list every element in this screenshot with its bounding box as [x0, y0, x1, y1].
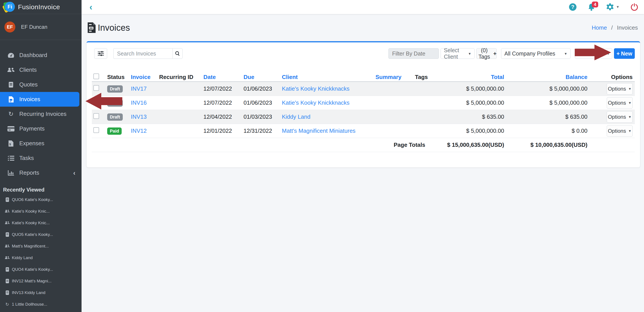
notification-count-badge: 4 — [592, 2, 598, 8]
sidebar-item-recurring-invoices[interactable]: ↻ Recurring Invoices — [0, 107, 82, 121]
recent-item[interactable]: QUO4 Katie's Kooky... — [0, 263, 82, 275]
invoice-link[interactable]: INV17 — [131, 85, 147, 92]
sidebar-item-expenses[interactable]: $ Expenses — [0, 136, 82, 151]
sidebar-item-label: Expenses — [19, 140, 44, 147]
recent-item[interactable]: ↻1 Little Dollhouse... — [0, 298, 82, 310]
recent-item[interactable]: INV13 Kiddy Land — [0, 287, 82, 298]
client-link[interactable]: Katie's Kooky Knickknacks — [282, 85, 350, 92]
sync-icon: ↻ — [4, 302, 10, 306]
col-summary[interactable]: Summary — [374, 74, 413, 81]
page-totals-balance: $ 10,000,635.00(USD) — [506, 142, 590, 148]
options-button[interactable]: Options▼ — [607, 97, 632, 109]
recently-viewed-list: QUO6 Katie's Kooky... Katie's Kooky Knic… — [0, 194, 82, 310]
sidebar-item-reports[interactable]: Reports ‹ — [0, 165, 82, 180]
sidebar-item-clients[interactable]: Clients — [0, 63, 82, 77]
caret-down-icon: ▼ — [564, 52, 567, 56]
select-all-checkbox[interactable] — [94, 74, 99, 79]
settings-gear-icon[interactable]: ▼ — [606, 3, 620, 11]
status-badge: Draft — [107, 85, 123, 93]
row-checkbox[interactable] — [94, 113, 99, 119]
sidebar-collapse-chevron-icon[interactable]: ‹ — [90, 4, 92, 11]
sidebar-item-label: Dashboard — [19, 52, 47, 59]
brand[interactable]: Fi FusionInvoice — [0, 0, 82, 14]
filter-by-date-input[interactable] — [388, 48, 439, 59]
status-badge: Draft — [107, 113, 123, 121]
sidebar-item-payments[interactable]: Payments — [0, 121, 82, 136]
file-icon — [4, 197, 10, 202]
recent-item[interactable]: QUO6 Katie's Kooky... — [0, 194, 82, 205]
company-profiles-select[interactable]: All Company Profiles ▼ — [501, 48, 570, 59]
options-button[interactable]: Options▼ — [607, 111, 632, 123]
col-due[interactable]: Due — [242, 74, 280, 81]
invoices-page-icon — [87, 22, 96, 33]
status-badge: Paid — [107, 127, 122, 135]
client-link[interactable]: Katie's Kooky Knickknacks — [282, 99, 350, 106]
sidebar-item-invoices[interactable]: Invoices — [0, 92, 79, 107]
row-checkbox[interactable] — [94, 127, 99, 133]
col-client[interactable]: Client — [280, 74, 374, 81]
col-invoice[interactable]: Invoice — [129, 74, 158, 81]
page-totals-label: Page Totals — [92, 142, 428, 148]
client-link[interactable]: Matt's Magnificent Miniatures — [282, 127, 356, 134]
search-input[interactable] — [113, 48, 172, 59]
row-checkbox[interactable] — [94, 85, 99, 91]
invoice-link[interactable]: INV13 — [131, 113, 147, 120]
expense-file-icon: $ — [6, 140, 15, 147]
logo-monogram: Fi — [5, 2, 15, 12]
recent-item[interactable]: Katie's Kooky Knic... — [0, 217, 82, 229]
client-link[interactable]: Kiddy Land — [282, 113, 310, 120]
chevron-left-icon: ‹ — [73, 169, 76, 177]
select-client-dropdown[interactable]: Select Client ▼ — [440, 48, 474, 59]
invoice-icon — [4, 279, 10, 283]
page-totals-row: Page Totals $ 15,000,635.00(USD) $ 10,00… — [92, 138, 635, 152]
file-icon — [4, 232, 10, 237]
col-total[interactable]: Total — [440, 74, 506, 81]
col-recurring-id: Recurring ID — [158, 74, 202, 81]
sidebar-item-label: Payments — [19, 125, 45, 132]
col-date[interactable]: Date — [202, 74, 242, 81]
recent-item[interactable]: INV12 Matt's Magni... — [0, 275, 82, 287]
col-options: Options — [590, 74, 635, 81]
col-status: Status — [106, 74, 129, 81]
avatar: EF — [4, 22, 15, 33]
table-row: Draft INV13 12/04/2022 01/03/2023 Kiddy … — [92, 110, 635, 124]
help-icon[interactable]: ? — [569, 3, 576, 11]
notifications-bell-icon[interactable]: 4 — [588, 3, 595, 11]
users-icon — [4, 209, 10, 213]
svg-text:$: $ — [9, 143, 11, 146]
invoice-link[interactable]: INV12 — [131, 127, 147, 134]
users-icon — [4, 221, 10, 225]
plus-icon: + — [493, 51, 496, 57]
sidebar-item-dashboard[interactable]: Dashboard — [0, 48, 82, 63]
recent-item[interactable]: QUO5 Katie's Kooky... — [0, 229, 82, 240]
breadcrumb: Home / Invoices — [592, 24, 638, 31]
plus-icon: + — [616, 51, 620, 57]
col-balance[interactable]: Balance — [506, 74, 590, 81]
sync-icon: ↻ — [6, 111, 15, 117]
fusioninvoice-logo-icon: Fi — [4, 1, 15, 13]
options-button[interactable]: Options▼ — [607, 83, 632, 95]
invoices-table: Status Invoice Recurring ID Date Due Cli… — [92, 73, 635, 152]
sidebar-item-label: Tasks — [19, 155, 34, 161]
breadcrumb-home-link[interactable]: Home — [592, 24, 607, 31]
user-panel[interactable]: EF EF Duncan — [0, 14, 82, 40]
user-name: EF Duncan — [21, 24, 47, 30]
users-icon — [6, 67, 15, 73]
recent-item[interactable]: Kiddy Land — [0, 252, 82, 263]
invoice-link[interactable]: INV16 — [131, 99, 147, 106]
col-tags: Tags — [413, 74, 440, 81]
tags-filter-button[interactable]: (0) Tags + — [476, 48, 497, 59]
recent-item[interactable]: Katie's Kooky Knic... — [0, 205, 82, 217]
sidebar-item-tasks[interactable]: Tasks — [0, 151, 82, 165]
options-button[interactable]: Options▼ — [607, 125, 632, 137]
recent-item[interactable]: Matt's Magnificent... — [0, 240, 82, 252]
table-row: Draft INV16 12/07/2022 01/06/2023 Katie'… — [92, 96, 635, 110]
sidebar: Fi FusionInvoice EF EF Duncan Dashboard … — [0, 0, 82, 312]
logout-power-icon[interactable] — [631, 3, 638, 11]
sidebar-item-label: Quotes — [19, 81, 38, 88]
new-invoice-button[interactable]: + New — [614, 48, 635, 59]
search-button[interactable] — [172, 48, 182, 59]
sidebar-item-quotes[interactable]: Quotes — [0, 77, 82, 92]
table-row: Draft INV17 12/07/2022 01/06/2023 Katie'… — [92, 82, 635, 96]
list-settings-button[interactable] — [94, 48, 107, 59]
